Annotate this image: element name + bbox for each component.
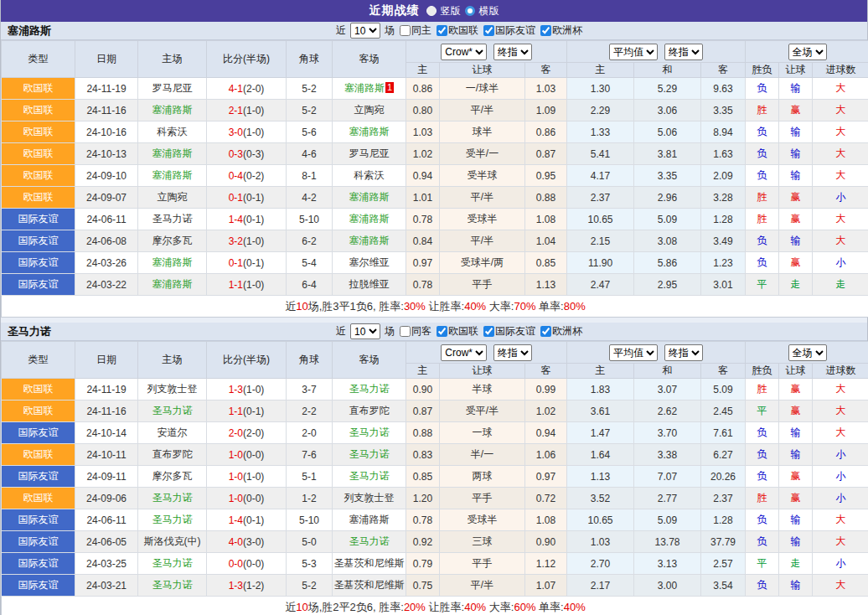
competition-badge: 国际友谊 [2, 531, 75, 553]
league-nations-checkbox[interactable] [437, 25, 447, 36]
same-venue-option[interactable]: 同主 [396, 23, 431, 38]
avg-draw-odds: 3.38 [634, 444, 701, 466]
home-team: 塞浦路斯 [138, 100, 207, 121]
avg-away-odds: 5.09 [701, 379, 746, 401]
result-win-draw-lose: 胜 [746, 209, 779, 230]
league-euro-option[interactable]: 欧洲杯 [537, 324, 582, 339]
avg-home-odds: 11.90 [567, 252, 634, 274]
sub-avg-home: 主 [567, 63, 634, 78]
bookmaker-group: Crow* 终指 [406, 41, 567, 63]
crow-home-odds: 0.92 [406, 531, 440, 553]
recent-count-select[interactable]: 10 [350, 23, 380, 39]
score-cell: 1-0(1-0) [207, 466, 287, 488]
result-win-draw-lose: 负 [746, 575, 779, 597]
handicap-line: 平手 [440, 488, 525, 509]
away-team: 圣马力诺 [333, 466, 406, 488]
league-euro-checkbox[interactable] [540, 326, 551, 337]
competition-badge: 欧国联 [2, 444, 75, 466]
crow-home-odds: 0.94 [406, 165, 440, 187]
home-team: 圣马力诺 [138, 575, 207, 597]
match-row: 国际友谊 24-09-11 摩尔多瓦 1-0(1-0) 5-1 圣马力诺 0.8… [2, 466, 868, 488]
league-nations-checkbox[interactable] [437, 326, 447, 337]
score-cell: 0-1(0-1) [207, 252, 287, 274]
corner-score: 5-2 [287, 100, 333, 121]
match-row: 欧国联 24-11-19 罗马尼亚 4-1(2-0) 5-2 塞浦路斯1 0.8… [2, 78, 868, 100]
vertical-layout-label[interactable]: 竖版 [441, 4, 461, 18]
avg-home-odds: 10.65 [567, 209, 634, 230]
league-nations-option[interactable]: 欧国联 [433, 324, 478, 339]
home-team: 直布罗陀 [138, 444, 207, 466]
corner-score: 5-1 [287, 466, 333, 488]
result-win-draw-lose: 平 [746, 553, 779, 575]
crow-away-odds: 1.08 [525, 209, 567, 230]
handicap-line: 三球 [440, 531, 525, 553]
section-cyprus: 塞浦路斯 近 10 场 同主 欧国联 国际友谊 欧洲杯 类型 日期 [1, 22, 867, 318]
crow-away-odds: 1.07 [525, 575, 567, 597]
result-goals: 大 [813, 100, 868, 121]
result-win-draw-lose: 平 [746, 274, 779, 296]
recent-count-select[interactable]: 10 [350, 323, 380, 339]
league-friendly-option[interactable]: 国际友谊 [480, 324, 535, 339]
same-venue-option[interactable]: 同客 [396, 324, 431, 339]
same-venue-checkbox[interactable] [400, 326, 411, 337]
crow-away-odds: 0.88 [525, 187, 567, 209]
avg-draw-odds: 3.07 [634, 379, 701, 401]
result-handicap: 输 [779, 444, 813, 466]
fulltime-select[interactable]: 全场 [788, 344, 827, 361]
odds-stage-select-2[interactable]: 终指 [664, 44, 703, 60]
result-win-draw-lose: 负 [746, 509, 779, 531]
horizontal-layout-radio[interactable] [465, 6, 475, 16]
league-friendly-option[interactable]: 国际友谊 [480, 23, 535, 38]
league-nations-option[interactable]: 欧国联 [433, 23, 478, 38]
vertical-layout-radio[interactable] [426, 6, 437, 16]
match-date: 24-03-25 [75, 553, 138, 575]
corner-score: 4-6 [287, 143, 333, 165]
away-team: 塞浦路斯 [333, 509, 406, 531]
match-date: 24-11-19 [75, 379, 138, 401]
fulltime-select[interactable]: 全场 [788, 44, 827, 60]
away-team: 塞浦路斯 [333, 230, 406, 252]
away-team: 直布罗陀 [333, 401, 406, 422]
sub-avg-draw: 和 [634, 63, 701, 78]
col-type: 类型 [2, 41, 75, 78]
bookmaker-select[interactable]: Crow* [441, 344, 487, 361]
bookmaker-select[interactable]: Crow* [441, 44, 487, 60]
league-friendly-checkbox[interactable] [483, 25, 494, 36]
crow-home-odds: 0.84 [406, 230, 440, 252]
fulltime-group: 全场 [746, 342, 868, 364]
home-team: 圣马力诺 [138, 488, 207, 509]
odds-stage-select-1[interactable]: 终指 [493, 344, 532, 361]
matches-table: 类型 日期 主场 比分(半场) 角球 客场 Crow* 终指 平均值 终指 [1, 40, 868, 318]
league-friendly-checkbox[interactable] [483, 326, 494, 337]
same-venue-checkbox[interactable] [400, 25, 411, 36]
result-goals: 大 [813, 422, 868, 444]
odds-stage-select-1[interactable]: 终指 [493, 44, 532, 60]
match-row: 国际友谊 24-03-25 圣马力诺 0-0(0-0) 5-3 圣基茨和尼维斯 … [2, 553, 868, 575]
league-euro-checkbox[interactable] [540, 25, 551, 36]
home-team: 斯洛伐克(中) [138, 531, 207, 553]
average-select[interactable]: 平均值 [609, 44, 658, 60]
home-team: 塞浦路斯 [138, 252, 207, 274]
match-row: 欧国联 24-10-13 塞浦路斯 0-3(0-3) 4-6 罗马尼亚 1.02… [2, 143, 868, 165]
avg-home-odds: 1.33 [567, 121, 634, 143]
result-win-draw-lose: 胜 [746, 379, 779, 401]
away-team: 罗马尼亚 [333, 143, 406, 165]
col-date: 日期 [75, 342, 138, 379]
average-select[interactable]: 平均值 [609, 344, 658, 361]
near-label: 近 [336, 324, 346, 339]
result-win-draw-lose: 负 [746, 531, 779, 553]
match-row: 欧国联 24-10-11 直布罗陀 1-0(0-0) 7-6 圣马力诺 0.83… [2, 444, 868, 466]
away-team: 拉脱维亚 [333, 274, 406, 296]
horizontal-layout-label[interactable]: 横版 [479, 4, 499, 18]
avg-draw-odds: 3.81 [634, 143, 701, 165]
competition-badge: 国际友谊 [2, 274, 75, 296]
match-date: 24-11-16 [75, 401, 138, 422]
league-euro-option[interactable]: 欧洲杯 [537, 23, 582, 38]
match-date: 24-03-26 [75, 252, 138, 274]
result-goals: 大 [813, 165, 868, 187]
competition-badge: 欧国联 [2, 143, 75, 165]
match-row: 国际友谊 24-06-05 斯洛伐克(中) 4-0(3-0) 5-0 圣马力诺 … [2, 531, 868, 553]
result-win-draw-lose: 负 [746, 252, 779, 274]
odds-stage-select-2[interactable]: 终指 [664, 344, 703, 361]
crow-home-odds: 0.90 [406, 379, 440, 401]
